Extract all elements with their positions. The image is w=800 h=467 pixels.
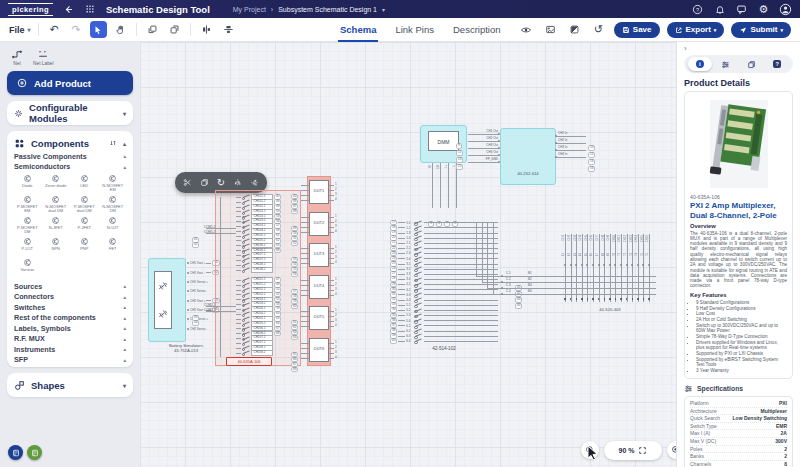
section-semiconductors[interactable]: Semiconductors▴ — [14, 162, 126, 173]
align-horizontal-center-icon[interactable] — [198, 21, 215, 38]
topbar: pickering Schematic Design Tool My Proje… — [0, 0, 800, 18]
duplicate-icon[interactable] — [200, 178, 209, 187]
tab-product-info[interactable]: i — [688, 57, 712, 71]
section-instruments[interactable]: Instruments▴ — [14, 344, 126, 355]
product-name[interactable]: PXI 2 Amp Multiplexer, Dual 8-Channel, 2… — [690, 201, 787, 220]
breadcrumb-page[interactable]: Subsystem Schematic Design 1 — [278, 6, 377, 13]
com-pin-label: COM2.1 — [204, 304, 215, 307]
panel-collapse-chevron-icon[interactable]: › — [684, 45, 793, 53]
zoom-level-control[interactable]: 90 % — [604, 441, 662, 460]
chevron-down-icon[interactable]: ▾ — [123, 110, 126, 117]
section-rest-of-the-components[interactable]: Rest of the components▴ — [14, 313, 126, 324]
shapes-card[interactable]: Shapes ▾ — [7, 373, 133, 397]
chevron-up-icon[interactable]: ▴ — [123, 140, 126, 147]
apps-grid-icon[interactable] — [84, 3, 97, 16]
component-pnp[interactable]: PNP — [71, 237, 98, 257]
component-symbol-icon — [80, 174, 89, 183]
section-r-f-mux[interactable]: R.F. MUX▴ — [14, 334, 126, 345]
add-product-button[interactable]: Add Product — [7, 71, 133, 95]
component-n-mosfet-em[interactable]: N-MOSFET EM — [100, 174, 127, 194]
library-book-button[interactable] — [8, 445, 23, 460]
preview-eye-icon[interactable] — [518, 21, 535, 38]
bring-forward-icon[interactable] — [144, 21, 161, 38]
tab-schema[interactable]: Schema — [338, 18, 378, 42]
battery-simulator-block[interactable] — [148, 258, 186, 342]
back-arrow-icon[interactable] — [62, 3, 75, 16]
guide-book-button[interactable] — [27, 445, 42, 460]
component-symbol-icon — [80, 216, 89, 225]
section-sfp[interactable]: SFP▴ — [14, 355, 126, 366]
align-vertical-center-icon[interactable] — [220, 21, 237, 38]
tab-help[interactable]: ? — [765, 57, 789, 71]
theme-contrast-icon[interactable] — [566, 21, 583, 38]
export-button[interactable]: Export▾ — [667, 22, 725, 38]
relay-output-bus-label: B4 — [528, 290, 532, 293]
tab-link-pins[interactable]: Link Pins — [393, 18, 436, 42]
zoom-in-button[interactable] — [667, 441, 676, 459]
component-diode[interactable]: Diode — [14, 174, 41, 194]
settings-gear-icon[interactable]: ⚙ — [757, 3, 770, 16]
help-icon[interactable]: ? — [691, 3, 704, 16]
component-p-jfet[interactable]: P-JFET — [71, 216, 98, 236]
component-symbol-icon — [108, 216, 117, 225]
component-n-mosfet-dm[interactable]: N-MOSFET DM — [100, 195, 127, 215]
dmm-pin-label: LO — [437, 165, 440, 169]
chevron-down-icon[interactable]: ▾ — [123, 382, 126, 389]
flip-horizontal-icon[interactable] — [233, 178, 242, 187]
dut-pin-number: 4 — [335, 356, 337, 359]
rotate-icon[interactable]: ↻ — [217, 178, 225, 188]
net-label-pill: 68 — [291, 356, 298, 374]
section-connectors[interactable]: Connectors▴ — [14, 292, 126, 303]
net-tool[interactable]: Net — [11, 48, 23, 66]
section-switches[interactable]: Switches▴ — [14, 302, 126, 313]
breadcrumb-project[interactable]: My Project — [233, 6, 266, 13]
breadcrumb-caret-icon[interactable]: ▾ — [382, 6, 385, 13]
wire — [482, 223, 483, 282]
section-sources[interactable]: Sources▴ — [14, 281, 126, 292]
component-p-mosfet-dm[interactable]: P-MOSFET DM — [14, 216, 41, 236]
dut-pin-number: 1 — [335, 183, 337, 186]
history-icon[interactable]: ↺ — [590, 21, 607, 38]
configurable-modules-card[interactable]: Configurable Modules ▾ — [7, 101, 133, 125]
component-p-mosfet-dual-dm[interactable]: P-MOSFET dual DM — [71, 195, 98, 215]
dut-name: DUT1 — [309, 189, 329, 194]
components-header[interactable]: Components ▴ — [14, 135, 126, 151]
component-n-ujt[interactable]: N-UJT — [100, 216, 127, 236]
tab-description[interactable]: Description — [451, 18, 503, 42]
dut-pin-number: 4 — [335, 324, 337, 327]
component-varistor[interactable]: Varistor — [14, 258, 41, 278]
select-tool-button[interactable] — [90, 21, 107, 38]
sort-icon[interactable] — [109, 139, 117, 147]
user-avatar[interactable] — [779, 3, 792, 16]
tab-related-products[interactable] — [739, 57, 763, 71]
component-led[interactable]: LED — [71, 174, 98, 194]
tab-configuration[interactable] — [714, 57, 738, 71]
component-p-mosfet-em[interactable]: P-MOSFET EM — [14, 195, 41, 215]
component-fet[interactable]: FET — [100, 237, 127, 257]
section-passive-components[interactable]: Passive Components▴ — [14, 151, 126, 162]
feature-item: Supported by eBIRST Switching System Tes… — [696, 357, 787, 368]
component-npn[interactable]: NPN — [43, 237, 70, 257]
chat-icon[interactable] — [735, 3, 748, 16]
pan-hand-tool-button[interactable] — [112, 21, 129, 38]
relay-part-label: 42-514-102 — [392, 347, 496, 352]
undo-button[interactable]: ↶ — [46, 21, 63, 38]
net-label-tool[interactable]: Net Label — [33, 48, 54, 66]
save-button[interactable]: Save — [614, 22, 660, 38]
export-image-icon[interactable] — [542, 21, 559, 38]
overview-text: The 40-635A-106 is a dual 8-channel, 2-p… — [690, 231, 787, 289]
component-n-jfet[interactable]: N-JFET — [43, 216, 70, 236]
section-labels-symbols[interactable]: Labels, Symbols▴ — [14, 323, 126, 334]
notifications-bell-icon[interactable] — [713, 3, 726, 16]
feature-item: Switch up to 300VDC/250VAC and up to 60W… — [696, 323, 787, 334]
flip-vertical-icon[interactable] — [250, 178, 259, 187]
schematic-canvas[interactable]: ↻CH1 Vout +41CH1 Vout -42CH1 Sense +CH1 … — [140, 42, 676, 467]
send-backward-icon[interactable] — [166, 21, 183, 38]
file-menu[interactable]: File▾ — [9, 25, 31, 35]
submit-button[interactable]: Submit▾ — [731, 22, 791, 38]
redo-button[interactable]: ↷ — [68, 21, 85, 38]
component-p-ujt[interactable]: P-UJT — [14, 237, 41, 257]
component-zener-diode[interactable]: Zener diode — [43, 174, 70, 194]
component-n-mosfet-dual-dm[interactable]: N-MOSFET dual DM — [43, 195, 70, 215]
cut-icon[interactable] — [183, 178, 192, 187]
